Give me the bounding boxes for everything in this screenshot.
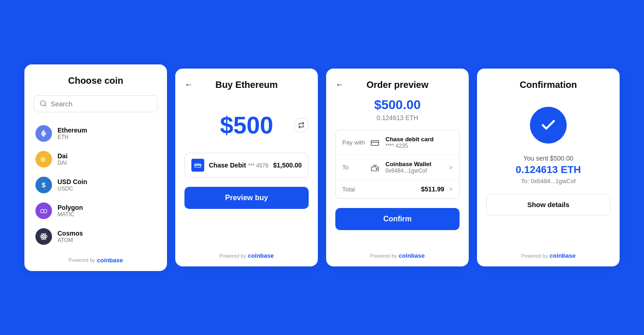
confirmation-title: Confirmation — [486, 80, 610, 90]
coin-item-matic[interactable]: Polygon MATIC — [34, 198, 158, 224]
search-box[interactable] — [34, 95, 158, 112]
payment-info: Chase Debit *** 4578 — [209, 161, 268, 169]
coin-item-usdc[interactable]: $ USD Coin USDC — [34, 172, 158, 198]
to-wallet: Coinbase Wallet — [385, 161, 443, 168]
order-header: ← Order preview — [335, 80, 460, 90]
svg-rect-15 — [371, 140, 379, 145]
coinbase-brand-1: coinbase — [97, 257, 123, 264]
checkmark-icon — [540, 117, 557, 133]
payment-left: Chase Debit *** 4578 — [191, 159, 268, 172]
to-address: 0x6484...1gwCof — [385, 168, 443, 174]
atom-icon — [35, 228, 52, 245]
to-row[interactable]: To Coinbase Wallet 0x6484...1gwCof > — [336, 155, 459, 180]
search-icon — [40, 100, 47, 107]
usdc-info: USD Coin USDC — [58, 178, 87, 192]
powered-by-2: Powered by coinbase — [184, 245, 309, 259]
coinbase-brand-2: coinbase — [248, 252, 274, 259]
search-input[interactable] — [51, 100, 152, 108]
atom-info: Cosmos ATOM — [58, 230, 83, 243]
card-icon — [371, 139, 379, 146]
svg-rect-14 — [195, 165, 201, 166]
usdc-icon: $ — [35, 177, 52, 193]
order-details-table: Pay with Chase debit card **** 4235 To — [335, 130, 460, 199]
preview-buy-button[interactable]: Preview buy — [184, 187, 309, 209]
buy-eth-header: ← Buy Ethereum — [184, 80, 309, 90]
order-title: Order preview — [335, 80, 460, 90]
powered-by-4: Powered by coinbase — [486, 245, 610, 259]
matic-icon — [35, 202, 52, 219]
confirm-circle — [530, 107, 567, 144]
pay-with-row[interactable]: Pay with Chase debit card **** 4235 — [336, 130, 459, 155]
payment-amount: $1,500.00 — [273, 162, 302, 169]
total-label: Total — [342, 186, 421, 193]
pay-with-number: **** 4235 — [385, 143, 453, 149]
to-detail: Coinbase Wallet 0x6484...1gwCof — [385, 161, 443, 174]
coin-item-atom[interactable]: Cosmos ATOM — [34, 224, 158, 249]
svg-point-12 — [43, 236, 45, 237]
coin-item-eth[interactable]: Ethereum ETH — [34, 121, 158, 146]
dai-name: Dai — [58, 152, 68, 160]
total-amount: $511.99 — [421, 185, 444, 193]
total-chevron-icon: > — [449, 185, 453, 193]
payment-method-row[interactable]: Chase Debit *** 4578 $1,500.00 — [184, 153, 309, 178]
to-chevron-icon: > — [449, 164, 453, 171]
atom-symbol: ATOM — [58, 237, 83, 243]
atom-name: Cosmos — [58, 230, 83, 237]
back-button-1[interactable]: ← — [184, 80, 193, 90]
confirm-sent-label: You sent $500.00 — [486, 155, 610, 162]
show-details-button[interactable]: Show details — [486, 194, 610, 215]
coin-item-dai[interactable]: ◎ Dai DAI — [34, 146, 158, 172]
coinbase-brand-4: coinbase — [550, 252, 575, 259]
buy-eth-title: Buy Ethereum — [184, 80, 309, 90]
pay-with-detail: Chase debit card **** 4235 — [385, 136, 453, 149]
matic-symbol: MATIC — [58, 211, 83, 218]
dai-icon: ◎ — [35, 151, 52, 168]
total-row[interactable]: Total $511.99 > — [336, 180, 459, 198]
order-preview-card: ← Order preview $500.00 0.124613 ETH Pay… — [326, 69, 469, 266]
swap-currency-button[interactable] — [294, 118, 309, 133]
eth-name: Ethereum — [58, 127, 87, 134]
cards-container: Choose coin — [0, 46, 644, 289]
svg-text:◎: ◎ — [40, 156, 46, 162]
confirmation-card: Confirmation You sent $500.00 0.124613 E… — [477, 69, 620, 266]
order-main-amount: $500.00 — [335, 98, 460, 112]
to-label: To — [342, 164, 365, 171]
amount-display: $500 — [184, 111, 309, 139]
eth-icon — [35, 125, 52, 142]
confirm-button[interactable]: Confirm — [335, 208, 460, 230]
svg-marker-5 — [41, 133, 44, 137]
svg-point-17 — [376, 168, 377, 169]
payment-number: *** 4578 — [248, 162, 268, 169]
wallet-icon — [371, 164, 379, 171]
back-button-2[interactable]: ← — [335, 80, 344, 90]
usdc-symbol: USDC — [58, 185, 87, 192]
confirm-sent-amount: 0.124613 ETH — [486, 164, 610, 176]
payment-name: Chase Debit — [209, 162, 246, 169]
buy-amount: $500 — [220, 111, 273, 139]
svg-marker-4 — [44, 133, 46, 137]
coinbase-brand-3: coinbase — [399, 252, 425, 259]
pay-with-label: Pay with — [342, 139, 365, 146]
coin-list: Ethereum ETH ◎ Dai DAI $ — [34, 121, 158, 249]
buy-ethereum-card: ← Buy Ethereum $500 — [175, 69, 318, 266]
chase-icon — [191, 159, 204, 172]
confirm-icon-wrapper — [486, 107, 610, 144]
usdc-name: USD Coin — [58, 178, 87, 185]
svg-line-1 — [45, 105, 46, 106]
choose-coin-card: Choose coin — [24, 64, 167, 271]
matic-info: Polygon MATIC — [58, 204, 83, 218]
choose-coin-title: Choose coin — [34, 75, 158, 86]
dai-info: Dai DAI — [58, 152, 68, 166]
dai-symbol: DAI — [58, 160, 68, 166]
eth-symbol: ETH — [58, 134, 87, 140]
matic-name: Polygon — [58, 204, 83, 211]
pay-with-method: Chase debit card — [385, 136, 453, 143]
powered-by-1: Powered by coinbase — [34, 249, 158, 264]
confirm-to-address: To: 0x6484...1gwCof — [486, 178, 610, 185]
powered-by-3: Powered by coinbase — [335, 245, 460, 259]
order-crypto-amount: 0.124613 ETH — [335, 114, 460, 121]
eth-info: Ethereum ETH — [58, 127, 87, 140]
